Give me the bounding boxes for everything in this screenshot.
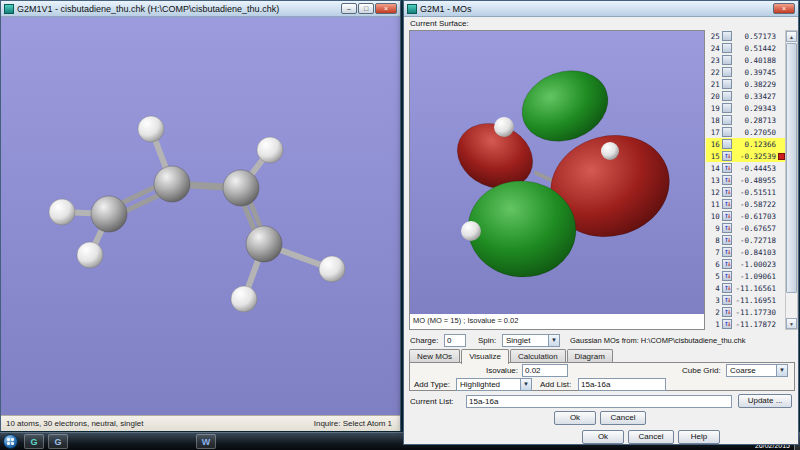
mo-row[interactable]: 170.27050 xyxy=(706,126,785,138)
tab-visualize[interactable]: Visualize xyxy=(461,349,509,364)
mo-number: 21 xyxy=(706,80,720,89)
current-list-input[interactable] xyxy=(466,395,732,408)
occupied-orbital-icon[interactable]: ↑↓ xyxy=(722,247,732,257)
isovalue-input[interactable] xyxy=(522,364,568,377)
mo-row[interactable]: 15↑↓-0.32539 xyxy=(706,150,785,162)
mo-row[interactable]: 220.39745 xyxy=(706,66,785,78)
tab-new-mos[interactable]: New MOs xyxy=(409,349,460,363)
occupied-orbital-icon[interactable]: ↑↓ xyxy=(722,151,732,161)
add-type-select[interactable]: Highlighted ▼ xyxy=(456,378,532,391)
occupied-orbital-icon[interactable]: ↑↓ xyxy=(722,187,732,197)
scroll-thumb[interactable] xyxy=(786,43,797,293)
start-button[interactable] xyxy=(3,434,18,449)
mo-row[interactable]: 4↑↓-11.16561 xyxy=(706,282,785,294)
orbital-surface xyxy=(410,31,704,314)
scroll-down-icon[interactable]: ▼ xyxy=(786,318,797,329)
mo-marker-empty xyxy=(778,93,785,100)
surface-cancel-button[interactable]: Cancel xyxy=(600,411,646,425)
charge-input[interactable] xyxy=(444,334,466,347)
tab-diagram[interactable]: Diagram xyxy=(567,349,613,363)
occupied-orbital-icon[interactable]: ↑↓ xyxy=(722,199,732,209)
taskbar-app-gaussview-2[interactable]: G xyxy=(48,434,68,449)
orbital-viewport[interactable] xyxy=(410,31,704,314)
cube-grid-select[interactable]: Coarse ▼ xyxy=(726,364,788,377)
close-icon[interactable]: × xyxy=(375,3,397,14)
virtual-orbital-icon[interactable] xyxy=(722,139,732,149)
mo-energy: 0.12366 xyxy=(734,140,776,149)
occupied-orbital-icon[interactable]: ↑↓ xyxy=(722,259,732,269)
surface-ok-button[interactable]: Ok xyxy=(554,411,596,425)
minimize-icon[interactable]: – xyxy=(341,3,357,14)
help-button[interactable]: Help xyxy=(678,430,720,444)
mo-row[interactable]: 160.12366 xyxy=(706,138,785,150)
mo-row[interactable]: 190.29343 xyxy=(706,102,785,114)
update-button[interactable]: Update ... xyxy=(738,394,792,408)
mo-row[interactable]: 13↑↓-0.48955 xyxy=(706,174,785,186)
mo-row[interactable]: 11↑↓-0.58722 xyxy=(706,198,785,210)
virtual-orbital-icon[interactable] xyxy=(722,79,732,89)
occupied-orbital-icon[interactable]: ↑↓ xyxy=(722,235,732,245)
mo-number: 1 xyxy=(706,320,720,329)
close-icon[interactable]: × xyxy=(773,3,795,14)
occupied-orbital-icon[interactable]: ↑↓ xyxy=(722,283,732,293)
left-titlebar[interactable]: G2M1V1 - cisbutadiene_thu.chk (H:\COMP\c… xyxy=(1,1,400,17)
cancel-button[interactable]: Cancel xyxy=(628,430,674,444)
occupied-orbital-icon[interactable]: ↑↓ xyxy=(722,319,732,329)
taskbar-app-word[interactable]: W xyxy=(196,434,216,449)
occupied-orbital-icon[interactable]: ↑↓ xyxy=(722,163,732,173)
virtual-orbital-icon[interactable] xyxy=(722,115,732,125)
occupied-orbital-icon[interactable]: ↑↓ xyxy=(722,175,732,185)
taskbar-app-gaussview-1[interactable]: G xyxy=(24,434,44,449)
status-molecule-info: 10 atoms, 30 electrons, neutral, singlet xyxy=(6,416,143,431)
tab-calculation[interactable]: Calculation xyxy=(510,349,566,363)
mo-row[interactable]: 14↑↓-0.44453 xyxy=(706,162,785,174)
mo-row[interactable]: 240.51442 xyxy=(706,42,785,54)
virtual-orbital-icon[interactable] xyxy=(722,127,732,137)
maximize-icon[interactable]: □ xyxy=(358,3,374,14)
right-titlebar[interactable]: G2M1 - MOs × xyxy=(404,1,798,17)
mo-row[interactable]: 10↑↓-0.61703 xyxy=(706,210,785,222)
virtual-orbital-icon[interactable] xyxy=(722,67,732,77)
current-list-label: Current List: xyxy=(410,395,454,408)
occupied-orbital-icon[interactable]: ↑↓ xyxy=(722,271,732,281)
mo-energy: -0.58722 xyxy=(734,200,776,209)
mo-row[interactable]: 12↑↓-0.51511 xyxy=(706,186,785,198)
mo-row[interactable]: 9↑↓-0.67657 xyxy=(706,222,785,234)
mo-row[interactable]: 3↑↓-11.16951 xyxy=(706,294,785,306)
mo-energy: -11.17872 xyxy=(734,320,776,329)
mo-row[interactable]: 250.57173 xyxy=(706,30,785,42)
mo-row[interactable]: 230.40188 xyxy=(706,54,785,66)
virtual-orbital-icon[interactable] xyxy=(722,91,732,101)
occupied-orbital-icon[interactable]: ↑↓ xyxy=(722,223,732,233)
mo-row[interactable]: 200.33427 xyxy=(706,90,785,102)
virtual-orbital-icon[interactable] xyxy=(722,103,732,113)
add-list-input[interactable] xyxy=(578,378,666,391)
mo-row[interactable]: 5↑↓-1.09061 xyxy=(706,270,785,282)
scroll-up-icon[interactable]: ▲ xyxy=(786,31,797,42)
virtual-orbital-icon[interactable] xyxy=(722,31,732,41)
spin-select[interactable]: Singlet ▼ xyxy=(502,334,560,347)
mo-scrollbar[interactable]: ▲ ▼ xyxy=(785,30,798,330)
occupied-orbital-icon[interactable]: ↑↓ xyxy=(722,211,732,221)
mo-row[interactable]: 180.28713 xyxy=(706,114,785,126)
occupied-orbital-icon[interactable]: ↑↓ xyxy=(722,307,732,317)
mos-source-path: Gaussian MOs from: H:\COMP\cisbutadiene_… xyxy=(570,334,746,347)
mo-row[interactable]: 1↑↓-11.17872 xyxy=(706,318,785,330)
mo-row[interactable]: 210.38229 xyxy=(706,78,785,90)
mo-row[interactable]: 2↑↓-11.17730 xyxy=(706,306,785,318)
gaussview-icon: G xyxy=(54,437,61,447)
mo-row[interactable]: 7↑↓-0.84103 xyxy=(706,246,785,258)
virtual-orbital-icon[interactable] xyxy=(722,55,732,65)
status-inquire-mode: Inquire: Select Atom 1 xyxy=(314,416,392,431)
mo-number: 12 xyxy=(706,188,720,197)
mo-energy: -0.32539 xyxy=(734,152,776,161)
mo-row[interactable]: 6↑↓-1.00023 xyxy=(706,258,785,270)
mo-energy: -0.84103 xyxy=(734,248,776,257)
virtual-orbital-icon[interactable] xyxy=(722,43,732,53)
mo-marker-empty xyxy=(778,261,785,268)
occupied-orbital-icon[interactable]: ↑↓ xyxy=(722,295,732,305)
ok-button[interactable]: Ok xyxy=(582,430,624,444)
molecule-viewport[interactable] xyxy=(1,17,400,415)
mo-number: 23 xyxy=(706,56,720,65)
mo-row[interactable]: 8↑↓-0.72718 xyxy=(706,234,785,246)
